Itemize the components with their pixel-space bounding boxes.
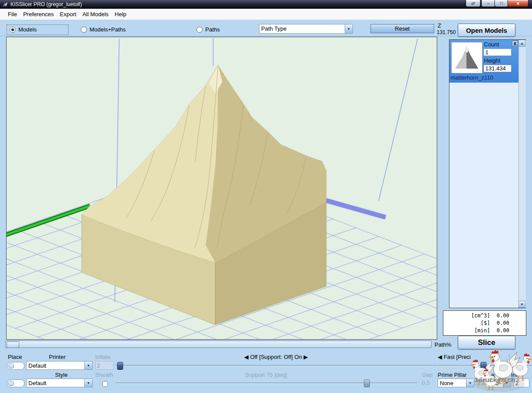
path-type-select[interactable]: Path Type ▼ bbox=[259, 24, 353, 34]
support-next-arrow[interactable]: ▶ bbox=[304, 354, 308, 360]
support-angle-slider bbox=[115, 379, 417, 386]
count-label: Count bbox=[484, 41, 499, 48]
support-toggle-handle[interactable] bbox=[117, 362, 123, 370]
inflate-label: Inflate bbox=[95, 354, 111, 360]
scroll-up-button[interactable]: ▲ bbox=[518, 40, 525, 47]
stats-row-volume: [cm^3] 0.00 bbox=[443, 312, 526, 320]
quality-text: Fast [Preci bbox=[444, 354, 471, 360]
count-field[interactable] bbox=[484, 49, 511, 56]
inflate-right-field[interactable] bbox=[514, 379, 529, 387]
stats-value: 0.00 bbox=[490, 327, 509, 334]
menu-item-all-models[interactable]: All Models bbox=[83, 11, 109, 17]
chevron-down-icon: ▼ bbox=[345, 24, 352, 33]
radio-icon bbox=[197, 27, 203, 33]
radio-paths[interactable]: Paths bbox=[197, 26, 220, 33]
sheath-label: Sheath bbox=[95, 372, 113, 378]
stats-label: [cm^3] bbox=[455, 312, 490, 320]
close-icon: × bbox=[516, 0, 519, 7]
menu-item-export[interactable]: Export bbox=[60, 11, 76, 17]
minimize-icon: – bbox=[487, 1, 490, 6]
radio-icon bbox=[10, 27, 16, 33]
place-widget-1[interactable] bbox=[7, 362, 24, 370]
quality-labels: ◀ Fast [Preci bbox=[438, 354, 487, 360]
gap-label: Gap bbox=[422, 372, 433, 378]
models-scrollbar-track[interactable] bbox=[518, 40, 526, 308]
z-axis-label: Z bbox=[438, 22, 441, 29]
height-label: Height bbox=[484, 57, 501, 64]
support-angle-handle bbox=[364, 379, 370, 387]
stats-value: 0.00 bbox=[490, 320, 509, 327]
path-percent-label: Path% bbox=[435, 341, 451, 348]
radio-models-label: Models bbox=[18, 26, 37, 33]
support-toggle-labels: ◀ Off [Support: Off] On ▶ bbox=[115, 354, 437, 360]
stats-box: [cm^3] 0.00 [$] 0.00 [min] 0.00 bbox=[443, 310, 526, 336]
printer-select[interactable]: Default ▼ bbox=[26, 361, 93, 370]
support-toggle-slider[interactable] bbox=[115, 362, 437, 369]
radio-models[interactable]: Models bbox=[10, 26, 37, 33]
prime-pillar-value: None bbox=[438, 379, 466, 387]
slice-button-label: Slice bbox=[478, 338, 495, 347]
chevron-down-icon: ▼ bbox=[466, 379, 474, 387]
app-icon bbox=[1, 1, 8, 8]
quality-handle[interactable] bbox=[480, 362, 487, 370]
open-models-button[interactable]: Open Models bbox=[458, 24, 515, 37]
radio-models-paths[interactable]: Models+Paths bbox=[81, 26, 126, 33]
path-type-value: Path Type bbox=[259, 24, 345, 33]
kisslicer-window: KISSlicer PRO (gregor_luetolf) ⇄ – □ × F… bbox=[0, 0, 532, 393]
stats-label: [min] bbox=[455, 327, 490, 334]
minimize-button[interactable]: – bbox=[481, 0, 495, 7]
support-angle-label: Support 75 [deg] bbox=[115, 372, 417, 378]
scroll-down-button[interactable]: ▼ bbox=[518, 301, 525, 308]
chevron-down-icon: ▼ bbox=[84, 379, 92, 387]
model-thumbnail bbox=[451, 42, 483, 73]
model-remove-label: X bbox=[514, 42, 517, 46]
path-percent-handle[interactable] bbox=[7, 341, 19, 348]
menu-bar: File Preferences Export All Models Help bbox=[0, 9, 532, 20]
flip-icon: ⇄ bbox=[471, 1, 475, 6]
stats-row-time: [min] 0.00 bbox=[443, 327, 526, 334]
prime-pillar-label: Prime Pillar bbox=[438, 372, 466, 378]
slice-button[interactable]: Slice bbox=[458, 336, 515, 349]
maximize-button[interactable]: □ bbox=[494, 0, 508, 7]
place-knob[interactable] bbox=[8, 363, 14, 369]
path-percent-slider[interactable] bbox=[5, 341, 432, 348]
flip-window-button[interactable]: ⇄ bbox=[466, 0, 480, 7]
scroll-down-icon: ▼ bbox=[520, 303, 524, 306]
place-knob[interactable] bbox=[8, 381, 14, 386]
stats-value: 0.00 bbox=[490, 312, 509, 320]
radio-paths-label: Paths bbox=[205, 26, 220, 33]
z-axis-value: 131.750 bbox=[437, 29, 456, 35]
sheath-checkbox[interactable] bbox=[102, 381, 108, 387]
place-label: Place bbox=[8, 354, 22, 360]
radio-icon bbox=[81, 27, 87, 33]
title-bar: KISSlicer PRO (gregor_luetolf) bbox=[0, 0, 532, 9]
prime-pillar-select[interactable]: None ▼ bbox=[438, 379, 474, 387]
scroll-up-icon: ▲ bbox=[520, 42, 524, 45]
menu-item-preferences[interactable]: Preferences bbox=[23, 11, 54, 17]
menu-item-file[interactable]: File bbox=[8, 11, 17, 17]
viewport-3d[interactable] bbox=[6, 37, 437, 340]
radio-models-paths-label: Models+Paths bbox=[90, 26, 126, 33]
printer-value: Default bbox=[27, 362, 84, 369]
reset-button[interactable]: Reset bbox=[370, 24, 434, 33]
style-label: Style bbox=[55, 372, 68, 378]
support-toggle-text: Off [Support: Off] On bbox=[250, 354, 302, 360]
inflate-field bbox=[95, 361, 114, 370]
gap-value: 0.5 bbox=[422, 379, 430, 386]
style-value: Default bbox=[27, 379, 84, 387]
stats-row-cost: [$] 0.00 bbox=[443, 320, 526, 327]
style-select[interactable]: Default ▼ bbox=[26, 379, 93, 387]
close-button[interactable]: × bbox=[508, 0, 529, 7]
open-models-label: Open Models bbox=[466, 27, 507, 34]
model-remove-button[interactable]: X bbox=[512, 41, 518, 47]
place-widget-2[interactable] bbox=[7, 379, 24, 387]
height-field[interactable] bbox=[484, 65, 511, 72]
stats-label: [$] bbox=[455, 320, 490, 327]
viewport-scene bbox=[7, 37, 437, 339]
reset-button-label: Reset bbox=[395, 25, 410, 32]
quality-prev-arrow[interactable]: ◀ bbox=[438, 354, 442, 360]
menu-item-help[interactable]: Help bbox=[115, 11, 127, 17]
window-title: KISSlicer PRO (gregor_luetolf) bbox=[10, 1, 82, 7]
support-prev-arrow[interactable]: ◀ bbox=[244, 354, 249, 360]
watermark: 3drucken.ch bbox=[474, 376, 515, 383]
